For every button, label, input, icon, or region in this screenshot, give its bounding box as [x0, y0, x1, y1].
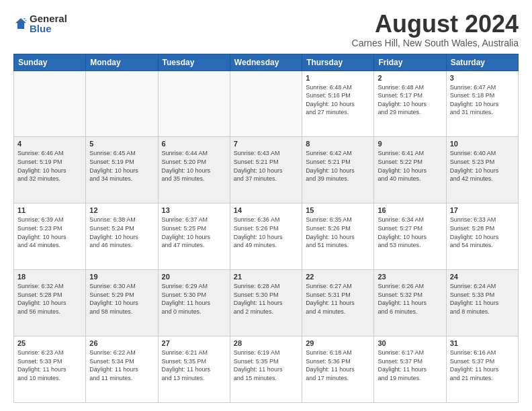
- day-number: 27: [162, 339, 226, 347]
- calendar-cell: 2Sunrise: 6:48 AM Sunset: 5:17 PM Daylig…: [374, 71, 446, 137]
- day-info: Sunrise: 6:48 AM Sunset: 5:16 PM Dayligh…: [306, 83, 370, 117]
- day-number: 25: [17, 339, 82, 347]
- day-number: 21: [234, 273, 298, 281]
- calendar-header-row: SundayMondayTuesdayWednesdayThursdayFrid…: [14, 54, 519, 71]
- calendar-cell: 26Sunrise: 6:22 AM Sunset: 5:34 PM Dayli…: [86, 336, 158, 403]
- logo-general-label: General: [30, 13, 67, 24]
- day-info: Sunrise: 6:42 AM Sunset: 5:21 PM Dayligh…: [306, 149, 370, 183]
- day-info: Sunrise: 6:33 AM Sunset: 5:28 PM Dayligh…: [450, 216, 515, 249]
- day-info: Sunrise: 6:28 AM Sunset: 5:30 PM Dayligh…: [234, 282, 298, 316]
- calendar-cell: 20Sunrise: 6:29 AM Sunset: 5:30 PM Dayli…: [158, 270, 230, 336]
- day-info: Sunrise: 6:26 AM Sunset: 5:32 PM Dayligh…: [378, 282, 442, 316]
- day-number: 18: [17, 273, 82, 281]
- calendar-cell: 7Sunrise: 6:43 AM Sunset: 5:21 PM Daylig…: [230, 137, 302, 203]
- calendar-cell: 19Sunrise: 6:30 AM Sunset: 5:29 PM Dayli…: [86, 270, 158, 336]
- calendar-header-tuesday: Tuesday: [158, 54, 230, 71]
- calendar-cell: 4Sunrise: 6:46 AM Sunset: 5:19 PM Daylig…: [14, 137, 86, 203]
- day-info: Sunrise: 6:24 AM Sunset: 5:33 PM Dayligh…: [450, 282, 515, 316]
- calendar-cell: 18Sunrise: 6:32 AM Sunset: 5:28 PM Dayli…: [14, 270, 86, 336]
- day-number: 24: [450, 273, 515, 281]
- calendar-week-4: 18Sunrise: 6:32 AM Sunset: 5:28 PM Dayli…: [14, 270, 519, 336]
- calendar-cell: 31Sunrise: 6:16 AM Sunset: 5:37 PM Dayli…: [446, 336, 518, 403]
- day-info: Sunrise: 6:21 AM Sunset: 5:35 PM Dayligh…: [162, 349, 226, 382]
- calendar-cell: 15Sunrise: 6:35 AM Sunset: 5:26 PM Dayli…: [302, 203, 374, 270]
- day-number: 20: [162, 273, 226, 281]
- day-info: Sunrise: 6:36 AM Sunset: 5:26 PM Dayligh…: [234, 216, 298, 249]
- day-number: 4: [17, 140, 82, 148]
- day-number: 11: [17, 206, 82, 214]
- day-number: 5: [89, 140, 154, 148]
- day-number: 17: [450, 206, 515, 214]
- calendar-cell: 27Sunrise: 6:21 AM Sunset: 5:35 PM Dayli…: [158, 336, 230, 403]
- day-info: Sunrise: 6:40 AM Sunset: 5:23 PM Dayligh…: [450, 149, 515, 183]
- day-info: Sunrise: 6:29 AM Sunset: 5:30 PM Dayligh…: [162, 282, 226, 316]
- day-number: 26: [89, 339, 154, 347]
- calendar-cell: [158, 71, 230, 137]
- calendar-cell: 8Sunrise: 6:42 AM Sunset: 5:21 PM Daylig…: [302, 137, 374, 203]
- day-number: 6: [162, 140, 226, 148]
- day-number: 31: [450, 339, 515, 347]
- day-number: 16: [378, 206, 442, 214]
- calendar-cell: 29Sunrise: 6:18 AM Sunset: 5:36 PM Dayli…: [302, 336, 374, 403]
- day-info: Sunrise: 6:43 AM Sunset: 5:21 PM Dayligh…: [234, 149, 298, 183]
- day-info: Sunrise: 6:48 AM Sunset: 5:17 PM Dayligh…: [378, 83, 442, 117]
- header: General Blue August 2024 Carnes Hill, Ne…: [13, 11, 519, 48]
- title-area: August 2024 Carnes Hill, New South Wales…: [352, 11, 519, 48]
- calendar-cell: 25Sunrise: 6:23 AM Sunset: 5:33 PM Dayli…: [14, 336, 86, 403]
- day-number: 30: [378, 339, 442, 347]
- location: Carnes Hill, New South Wales, Australia: [352, 38, 519, 48]
- calendar-cell: 24Sunrise: 6:24 AM Sunset: 5:33 PM Dayli…: [446, 270, 518, 336]
- calendar-week-5: 25Sunrise: 6:23 AM Sunset: 5:33 PM Dayli…: [14, 336, 519, 403]
- logo-text: General Blue: [30, 13, 67, 34]
- day-number: 8: [306, 140, 370, 148]
- calendar-cell: 5Sunrise: 6:45 AM Sunset: 5:19 PM Daylig…: [86, 137, 158, 203]
- calendar-cell: 12Sunrise: 6:38 AM Sunset: 5:24 PM Dayli…: [86, 203, 158, 270]
- day-info: Sunrise: 6:19 AM Sunset: 5:35 PM Dayligh…: [234, 349, 298, 382]
- day-info: Sunrise: 6:45 AM Sunset: 5:19 PM Dayligh…: [89, 149, 154, 183]
- day-info: Sunrise: 6:44 AM Sunset: 5:20 PM Dayligh…: [162, 149, 226, 183]
- day-info: Sunrise: 6:38 AM Sunset: 5:24 PM Dayligh…: [89, 216, 154, 249]
- calendar-cell: 30Sunrise: 6:17 AM Sunset: 5:37 PM Dayli…: [374, 336, 446, 403]
- calendar-cell: 23Sunrise: 6:26 AM Sunset: 5:32 PM Dayli…: [374, 270, 446, 336]
- calendar-header-monday: Monday: [86, 54, 158, 71]
- day-info: Sunrise: 6:37 AM Sunset: 5:25 PM Dayligh…: [162, 216, 226, 249]
- day-number: 19: [89, 273, 154, 281]
- day-number: 22: [306, 273, 370, 281]
- day-info: Sunrise: 6:46 AM Sunset: 5:19 PM Dayligh…: [17, 149, 82, 183]
- day-info: Sunrise: 6:32 AM Sunset: 5:28 PM Dayligh…: [17, 282, 82, 316]
- day-info: Sunrise: 6:47 AM Sunset: 5:18 PM Dayligh…: [450, 83, 515, 117]
- day-number: 28: [234, 339, 298, 347]
- day-number: 9: [378, 140, 442, 148]
- calendar-header-saturday: Saturday: [446, 54, 518, 71]
- calendar-cell: 10Sunrise: 6:40 AM Sunset: 5:23 PM Dayli…: [446, 137, 518, 203]
- calendar-week-1: 1Sunrise: 6:48 AM Sunset: 5:16 PM Daylig…: [14, 71, 519, 137]
- day-info: Sunrise: 6:41 AM Sunset: 5:22 PM Dayligh…: [378, 149, 442, 183]
- calendar-week-2: 4Sunrise: 6:46 AM Sunset: 5:19 PM Daylig…: [14, 137, 519, 203]
- day-number: 12: [89, 206, 154, 214]
- day-number: 3: [450, 74, 515, 82]
- day-info: Sunrise: 6:18 AM Sunset: 5:36 PM Dayligh…: [306, 349, 370, 382]
- page: General Blue August 2024 Carnes Hill, Ne…: [0, 0, 532, 411]
- day-info: Sunrise: 6:35 AM Sunset: 5:26 PM Dayligh…: [306, 216, 370, 249]
- day-info: Sunrise: 6:17 AM Sunset: 5:37 PM Dayligh…: [378, 349, 442, 382]
- day-info: Sunrise: 6:34 AM Sunset: 5:27 PM Dayligh…: [378, 216, 442, 249]
- day-info: Sunrise: 6:39 AM Sunset: 5:23 PM Dayligh…: [17, 216, 82, 249]
- day-number: 13: [162, 206, 226, 214]
- day-info: Sunrise: 6:23 AM Sunset: 5:33 PM Dayligh…: [17, 349, 82, 382]
- calendar-header-sunday: Sunday: [14, 54, 86, 71]
- day-info: Sunrise: 6:16 AM Sunset: 5:37 PM Dayligh…: [450, 349, 515, 382]
- calendar-cell: 16Sunrise: 6:34 AM Sunset: 5:27 PM Dayli…: [374, 203, 446, 270]
- calendar-header-friday: Friday: [374, 54, 446, 71]
- calendar-cell: 3Sunrise: 6:47 AM Sunset: 5:18 PM Daylig…: [446, 71, 518, 137]
- day-number: 23: [378, 273, 442, 281]
- logo-blue-label: Blue: [30, 24, 67, 34]
- calendar-header-wednesday: Wednesday: [230, 54, 302, 71]
- calendar-cell: [230, 71, 302, 137]
- calendar-cell: 13Sunrise: 6:37 AM Sunset: 5:25 PM Dayli…: [158, 203, 230, 270]
- calendar-table: SundayMondayTuesdayWednesdayThursdayFrid…: [13, 54, 519, 403]
- calendar-week-3: 11Sunrise: 6:39 AM Sunset: 5:23 PM Dayli…: [14, 203, 519, 270]
- calendar-cell: 21Sunrise: 6:28 AM Sunset: 5:30 PM Dayli…: [230, 270, 302, 336]
- calendar-cell: 6Sunrise: 6:44 AM Sunset: 5:20 PM Daylig…: [158, 137, 230, 203]
- day-number: 2: [378, 74, 442, 82]
- day-info: Sunrise: 6:22 AM Sunset: 5:34 PM Dayligh…: [89, 349, 154, 382]
